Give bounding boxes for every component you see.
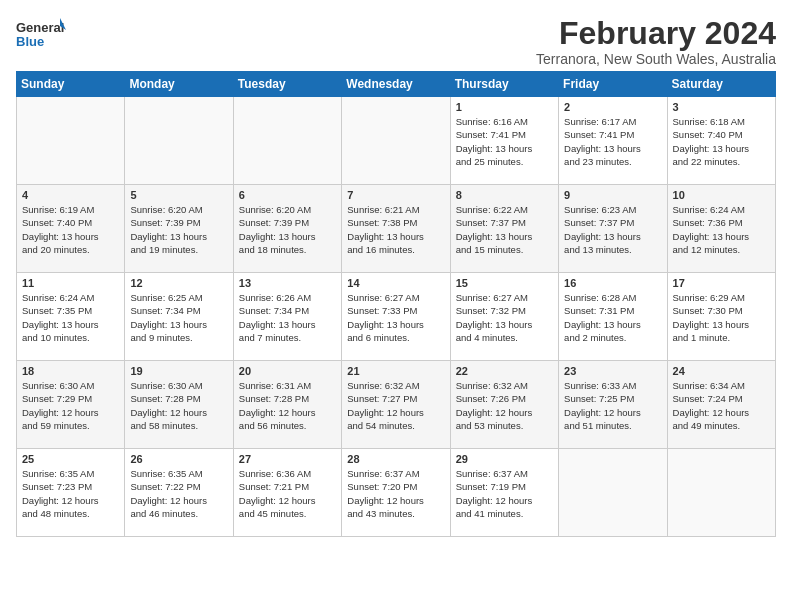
cell-info: Sunrise: 6:32 AM Sunset: 7:26 PM Dayligh… bbox=[456, 379, 553, 432]
calendar-cell: 5Sunrise: 6:20 AM Sunset: 7:39 PM Daylig… bbox=[125, 185, 233, 273]
calendar-cell: 27Sunrise: 6:36 AM Sunset: 7:21 PM Dayli… bbox=[233, 449, 341, 537]
day-number: 2 bbox=[564, 101, 661, 113]
calendar-cell: 20Sunrise: 6:31 AM Sunset: 7:28 PM Dayli… bbox=[233, 361, 341, 449]
calendar-cell: 3Sunrise: 6:18 AM Sunset: 7:40 PM Daylig… bbox=[667, 97, 775, 185]
calendar-cell: 28Sunrise: 6:37 AM Sunset: 7:20 PM Dayli… bbox=[342, 449, 450, 537]
page-header: General Blue February 2024 Terranora, Ne… bbox=[16, 16, 776, 67]
calendar-cell bbox=[342, 97, 450, 185]
weekday-header-thursday: Thursday bbox=[450, 72, 558, 97]
calendar-cell: 15Sunrise: 6:27 AM Sunset: 7:32 PM Dayli… bbox=[450, 273, 558, 361]
cell-info: Sunrise: 6:17 AM Sunset: 7:41 PM Dayligh… bbox=[564, 115, 661, 168]
day-number: 27 bbox=[239, 453, 336, 465]
cell-info: Sunrise: 6:32 AM Sunset: 7:27 PM Dayligh… bbox=[347, 379, 444, 432]
weekday-header-saturday: Saturday bbox=[667, 72, 775, 97]
cell-info: Sunrise: 6:31 AM Sunset: 7:28 PM Dayligh… bbox=[239, 379, 336, 432]
cell-info: Sunrise: 6:27 AM Sunset: 7:33 PM Dayligh… bbox=[347, 291, 444, 344]
cell-info: Sunrise: 6:24 AM Sunset: 7:35 PM Dayligh… bbox=[22, 291, 119, 344]
day-number: 19 bbox=[130, 365, 227, 377]
logo: General Blue bbox=[16, 16, 66, 52]
cell-info: Sunrise: 6:37 AM Sunset: 7:19 PM Dayligh… bbox=[456, 467, 553, 520]
calendar-table: SundayMondayTuesdayWednesdayThursdayFrid… bbox=[16, 71, 776, 537]
calendar-cell: 14Sunrise: 6:27 AM Sunset: 7:33 PM Dayli… bbox=[342, 273, 450, 361]
cell-info: Sunrise: 6:21 AM Sunset: 7:38 PM Dayligh… bbox=[347, 203, 444, 256]
day-number: 6 bbox=[239, 189, 336, 201]
cell-info: Sunrise: 6:28 AM Sunset: 7:31 PM Dayligh… bbox=[564, 291, 661, 344]
cell-info: Sunrise: 6:33 AM Sunset: 7:25 PM Dayligh… bbox=[564, 379, 661, 432]
weekday-header-monday: Monday bbox=[125, 72, 233, 97]
calendar-cell: 4Sunrise: 6:19 AM Sunset: 7:40 PM Daylig… bbox=[17, 185, 125, 273]
calendar-cell: 26Sunrise: 6:35 AM Sunset: 7:22 PM Dayli… bbox=[125, 449, 233, 537]
title-block: February 2024 Terranora, New South Wales… bbox=[536, 16, 776, 67]
calendar-cell: 18Sunrise: 6:30 AM Sunset: 7:29 PM Dayli… bbox=[17, 361, 125, 449]
cell-info: Sunrise: 6:35 AM Sunset: 7:23 PM Dayligh… bbox=[22, 467, 119, 520]
calendar-cell: 10Sunrise: 6:24 AM Sunset: 7:36 PM Dayli… bbox=[667, 185, 775, 273]
cell-info: Sunrise: 6:26 AM Sunset: 7:34 PM Dayligh… bbox=[239, 291, 336, 344]
calendar-cell: 7Sunrise: 6:21 AM Sunset: 7:38 PM Daylig… bbox=[342, 185, 450, 273]
svg-text:General: General bbox=[16, 20, 64, 35]
calendar-cell: 13Sunrise: 6:26 AM Sunset: 7:34 PM Dayli… bbox=[233, 273, 341, 361]
calendar-cell: 12Sunrise: 6:25 AM Sunset: 7:34 PM Dayli… bbox=[125, 273, 233, 361]
day-number: 13 bbox=[239, 277, 336, 289]
calendar-cell bbox=[667, 449, 775, 537]
logo-svg: General Blue bbox=[16, 16, 66, 52]
day-number: 29 bbox=[456, 453, 553, 465]
day-number: 1 bbox=[456, 101, 553, 113]
calendar-cell bbox=[233, 97, 341, 185]
location-subtitle: Terranora, New South Wales, Australia bbox=[536, 51, 776, 67]
day-number: 11 bbox=[22, 277, 119, 289]
cell-info: Sunrise: 6:18 AM Sunset: 7:40 PM Dayligh… bbox=[673, 115, 770, 168]
cell-info: Sunrise: 6:24 AM Sunset: 7:36 PM Dayligh… bbox=[673, 203, 770, 256]
calendar-cell: 23Sunrise: 6:33 AM Sunset: 7:25 PM Dayli… bbox=[559, 361, 667, 449]
cell-info: Sunrise: 6:34 AM Sunset: 7:24 PM Dayligh… bbox=[673, 379, 770, 432]
cell-info: Sunrise: 6:19 AM Sunset: 7:40 PM Dayligh… bbox=[22, 203, 119, 256]
calendar-cell: 17Sunrise: 6:29 AM Sunset: 7:30 PM Dayli… bbox=[667, 273, 775, 361]
cell-info: Sunrise: 6:22 AM Sunset: 7:37 PM Dayligh… bbox=[456, 203, 553, 256]
cell-info: Sunrise: 6:36 AM Sunset: 7:21 PM Dayligh… bbox=[239, 467, 336, 520]
calendar-cell bbox=[125, 97, 233, 185]
cell-info: Sunrise: 6:29 AM Sunset: 7:30 PM Dayligh… bbox=[673, 291, 770, 344]
day-number: 20 bbox=[239, 365, 336, 377]
calendar-cell: 24Sunrise: 6:34 AM Sunset: 7:24 PM Dayli… bbox=[667, 361, 775, 449]
day-number: 26 bbox=[130, 453, 227, 465]
calendar-cell bbox=[559, 449, 667, 537]
day-number: 14 bbox=[347, 277, 444, 289]
day-number: 3 bbox=[673, 101, 770, 113]
cell-info: Sunrise: 6:30 AM Sunset: 7:28 PM Dayligh… bbox=[130, 379, 227, 432]
cell-info: Sunrise: 6:20 AM Sunset: 7:39 PM Dayligh… bbox=[130, 203, 227, 256]
cell-info: Sunrise: 6:35 AM Sunset: 7:22 PM Dayligh… bbox=[130, 467, 227, 520]
cell-info: Sunrise: 6:25 AM Sunset: 7:34 PM Dayligh… bbox=[130, 291, 227, 344]
calendar-week-2: 4Sunrise: 6:19 AM Sunset: 7:40 PM Daylig… bbox=[17, 185, 776, 273]
calendar-cell: 29Sunrise: 6:37 AM Sunset: 7:19 PM Dayli… bbox=[450, 449, 558, 537]
day-number: 25 bbox=[22, 453, 119, 465]
calendar-cell: 25Sunrise: 6:35 AM Sunset: 7:23 PM Dayli… bbox=[17, 449, 125, 537]
day-number: 9 bbox=[564, 189, 661, 201]
weekday-header-sunday: Sunday bbox=[17, 72, 125, 97]
day-number: 5 bbox=[130, 189, 227, 201]
calendar-cell: 11Sunrise: 6:24 AM Sunset: 7:35 PM Dayli… bbox=[17, 273, 125, 361]
day-number: 22 bbox=[456, 365, 553, 377]
day-number: 17 bbox=[673, 277, 770, 289]
day-number: 12 bbox=[130, 277, 227, 289]
svg-text:Blue: Blue bbox=[16, 34, 44, 49]
calendar-week-4: 18Sunrise: 6:30 AM Sunset: 7:29 PM Dayli… bbox=[17, 361, 776, 449]
day-number: 7 bbox=[347, 189, 444, 201]
weekday-header-wednesday: Wednesday bbox=[342, 72, 450, 97]
day-number: 28 bbox=[347, 453, 444, 465]
calendar-cell: 1Sunrise: 6:16 AM Sunset: 7:41 PM Daylig… bbox=[450, 97, 558, 185]
cell-info: Sunrise: 6:37 AM Sunset: 7:20 PM Dayligh… bbox=[347, 467, 444, 520]
cell-info: Sunrise: 6:27 AM Sunset: 7:32 PM Dayligh… bbox=[456, 291, 553, 344]
month-title: February 2024 bbox=[536, 16, 776, 51]
calendar-cell bbox=[17, 97, 125, 185]
calendar-cell: 19Sunrise: 6:30 AM Sunset: 7:28 PM Dayli… bbox=[125, 361, 233, 449]
weekday-header-tuesday: Tuesday bbox=[233, 72, 341, 97]
calendar-cell: 16Sunrise: 6:28 AM Sunset: 7:31 PM Dayli… bbox=[559, 273, 667, 361]
day-number: 21 bbox=[347, 365, 444, 377]
calendar-cell: 22Sunrise: 6:32 AM Sunset: 7:26 PM Dayli… bbox=[450, 361, 558, 449]
calendar-cell: 21Sunrise: 6:32 AM Sunset: 7:27 PM Dayli… bbox=[342, 361, 450, 449]
calendar-week-3: 11Sunrise: 6:24 AM Sunset: 7:35 PM Dayli… bbox=[17, 273, 776, 361]
calendar-cell: 2Sunrise: 6:17 AM Sunset: 7:41 PM Daylig… bbox=[559, 97, 667, 185]
day-number: 4 bbox=[22, 189, 119, 201]
calendar-cell: 9Sunrise: 6:23 AM Sunset: 7:37 PM Daylig… bbox=[559, 185, 667, 273]
cell-info: Sunrise: 6:30 AM Sunset: 7:29 PM Dayligh… bbox=[22, 379, 119, 432]
cell-info: Sunrise: 6:16 AM Sunset: 7:41 PM Dayligh… bbox=[456, 115, 553, 168]
